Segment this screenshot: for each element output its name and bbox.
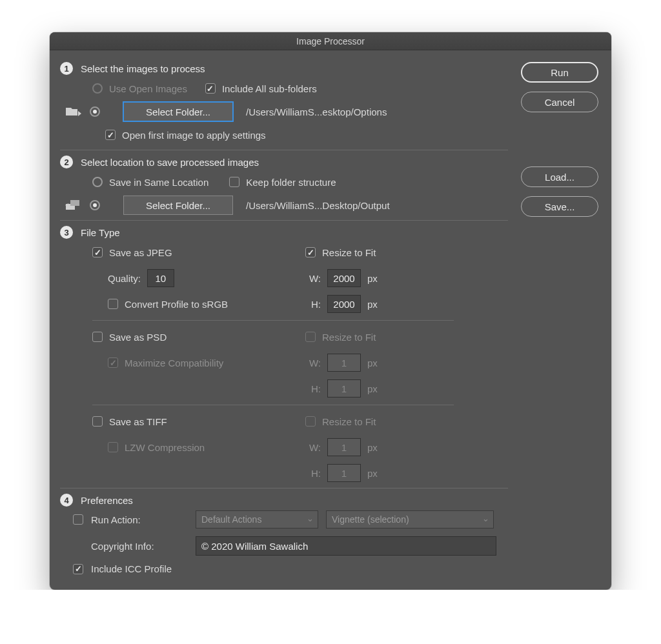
lzw-label: LZW Compression: [125, 442, 205, 453]
include-subfolders-checkbox[interactable]: [205, 83, 216, 94]
select-dest-folder-button[interactable]: Select Folder...: [123, 196, 233, 215]
tiff-h-label: H:: [305, 468, 321, 479]
jpeg-width-input[interactable]: [327, 269, 361, 287]
select-source-folder-radio[interactable]: [90, 106, 100, 117]
section-3-title: File Type: [81, 227, 120, 238]
tiff-resize-checkbox: [305, 416, 316, 427]
tiff-h-px: px: [367, 468, 378, 479]
open-first-image-checkbox[interactable]: [105, 130, 116, 140]
section-1-title: Select the images to process: [81, 63, 205, 74]
psd-w-px: px: [367, 357, 378, 368]
convert-srgb-checkbox[interactable]: [108, 299, 118, 309]
jpeg-w-px: px: [367, 273, 378, 284]
folder-arrow-icon: [64, 106, 83, 117]
include-subfolders-label: Include All sub-folders: [222, 83, 317, 94]
titlebar: Image Processor: [50, 32, 611, 50]
psd-width-input: [327, 354, 361, 372]
jpeg-resize-checkbox[interactable]: [305, 247, 316, 257]
keep-folder-structure-label: Keep folder structure: [246, 177, 336, 188]
run-button[interactable]: Run: [521, 62, 598, 83]
copyright-label: Copyright Info:: [91, 541, 188, 552]
psd-height-input: [327, 379, 361, 397]
image-processor-dialog: Image Processor 1 Select the images to p…: [50, 32, 611, 590]
tiff-height-input: [327, 464, 361, 482]
tiff-resize-label: Resize to Fit: [322, 416, 376, 427]
jpeg-quality-label: Quality:: [108, 273, 141, 284]
save-button[interactable]: Save...: [521, 196, 598, 217]
cancel-button[interactable]: Cancel: [521, 92, 598, 112]
psd-resize-checkbox: [305, 332, 316, 342]
section-4-title: Preferences: [81, 495, 133, 506]
jpeg-w-label: W:: [305, 273, 321, 284]
action-set-select: Default Actions: [196, 510, 318, 528]
open-first-image-label: Open first image to apply settings: [122, 130, 266, 141]
save-as-tiff-label: Save as TIFF: [109, 416, 167, 427]
run-action-label: Run Action:: [91, 514, 188, 525]
psd-resize-label: Resize to Fit: [322, 332, 376, 343]
load-button[interactable]: Load...: [521, 166, 598, 187]
keep-folder-structure-checkbox[interactable]: [229, 177, 239, 187]
select-source-folder-button[interactable]: Select Folder...: [123, 102, 233, 121]
window-title: Image Processor: [296, 36, 365, 46]
convert-srgb-label: Convert Profile to sRGB: [125, 299, 228, 310]
jpeg-h-px: px: [367, 299, 378, 310]
tiff-w-label: W:: [305, 442, 321, 453]
save-same-location-radio[interactable]: [92, 177, 103, 187]
psd-w-label: W:: [305, 357, 321, 368]
step-number-3: 3: [60, 226, 73, 239]
use-open-images-radio: [92, 83, 103, 94]
tiff-width-input: [327, 438, 361, 456]
section-2-title: Select location to save processed images: [81, 157, 259, 168]
save-as-tiff-checkbox[interactable]: [92, 416, 103, 427]
save-as-psd-checkbox[interactable]: [92, 332, 103, 342]
dest-folder-path: /Users/WilliamS...Desktop/Output: [246, 200, 390, 211]
save-same-location-label: Save in Same Location: [109, 177, 208, 188]
select-dest-folder-radio[interactable]: [90, 200, 100, 210]
jpeg-h-label: H:: [305, 299, 321, 310]
jpeg-quality-input[interactable]: [147, 269, 174, 287]
run-action-checkbox[interactable]: [73, 514, 83, 525]
use-open-images-label: Use Open Images: [109, 83, 187, 94]
folder-stack-icon: [64, 199, 83, 211]
step-number-2: 2: [60, 156, 73, 168]
svg-rect-1: [70, 200, 79, 206]
jpeg-resize-label: Resize to Fit: [322, 247, 376, 258]
step-number-4: 4: [60, 494, 73, 507]
max-compat-label: Maximize Compatibility: [125, 357, 223, 368]
copyright-input[interactable]: [196, 536, 496, 556]
psd-h-px: px: [367, 383, 378, 394]
include-icc-checkbox[interactable]: [73, 564, 83, 574]
source-folder-path: /Users/WilliamS...esktop/Options: [246, 106, 387, 117]
tiff-w-px: px: [367, 442, 378, 453]
save-as-jpeg-label: Save as JPEG: [109, 247, 172, 258]
psd-h-label: H:: [305, 383, 321, 394]
save-as-psd-label: Save as PSD: [109, 332, 167, 343]
max-compat-checkbox: [108, 357, 118, 368]
action-name-select: Vignette (selection): [326, 510, 494, 528]
step-number-1: 1: [60, 62, 73, 75]
jpeg-height-input[interactable]: [327, 295, 361, 313]
save-as-jpeg-checkbox[interactable]: [92, 247, 103, 257]
lzw-checkbox: [108, 442, 118, 452]
include-icc-label: Include ICC Profile: [91, 563, 172, 574]
